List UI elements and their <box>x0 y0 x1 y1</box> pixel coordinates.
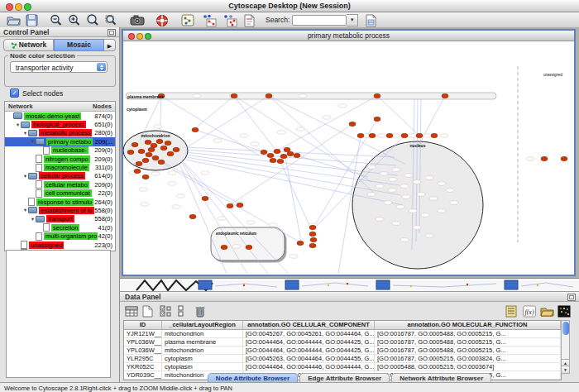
node-color-dropdown[interactable]: transporter activity <box>10 61 108 73</box>
graph-node[interactable] <box>287 151 294 155</box>
zoom-in-icon[interactable] <box>68 14 82 26</box>
tree-row[interactable]: ▼transport558(0) <box>5 215 115 223</box>
graph-node[interactable] <box>158 160 165 164</box>
graph-node[interactable] <box>261 150 267 154</box>
undock-data-panel-icon[interactable] <box>567 294 576 301</box>
graph-node[interactable] <box>270 158 276 162</box>
close-window-button[interactable] <box>6 3 13 11</box>
tree-row[interactable]: ▼biological_process651(0) <box>5 120 115 128</box>
graph-edge[interactable] <box>297 155 368 177</box>
minimize-window-button[interactable] <box>15 3 22 11</box>
tree-row[interactable]: response to stimulu264(0) <box>5 198 115 206</box>
tree-row[interactable]: cellular metabo209(0) <box>5 180 115 189</box>
search-input[interactable] <box>292 15 347 26</box>
open-session-icon[interactable] <box>7 14 21 26</box>
table-column-header[interactable]: _cellularLayoutRegion <box>162 321 243 329</box>
graph-node[interactable] <box>148 147 155 151</box>
graph-node[interactable] <box>266 93 272 98</box>
tree-row[interactable]: mosaic-demo-yeast874(0) <box>5 112 115 120</box>
graph-node[interactable] <box>541 156 548 160</box>
graph-node[interactable] <box>374 117 380 121</box>
graph-node[interactable] <box>349 122 356 126</box>
graph-node[interactable] <box>369 133 376 137</box>
tree-expand-icon[interactable]: ▼ <box>30 217 36 222</box>
tree-row[interactable]: multi-organism pro42(0) <box>5 232 115 240</box>
attribute-table-scrollbar[interactable]: ▲ ▼ <box>561 320 570 374</box>
scrollbar-thumb[interactable] <box>562 322 569 335</box>
tree-row[interactable]: nitrogen compo209(0) <box>5 155 115 163</box>
graph-node[interactable] <box>442 93 448 98</box>
delete-attribute-trash-icon[interactable] <box>194 305 208 318</box>
import-table-icon[interactable] <box>365 14 379 26</box>
help-lifesaver-icon[interactable] <box>156 14 170 26</box>
graph-node[interactable] <box>431 133 438 137</box>
tree-expand-icon[interactable]: ▼ <box>22 208 28 213</box>
network-tree-header[interactable]: Network Nodes <box>5 102 115 112</box>
graph-edge[interactable] <box>187 96 269 147</box>
zoom-selected-icon[interactable] <box>104 14 118 26</box>
graph-edge[interactable] <box>279 158 313 232</box>
graph-node[interactable] <box>189 214 196 218</box>
graph-node[interactable] <box>280 154 287 158</box>
graph-node[interactable] <box>142 158 149 162</box>
graph-node[interactable] <box>374 93 380 98</box>
tree-row[interactable]: ▼primary metabo209(... <box>5 137 115 146</box>
graph-node[interactable] <box>416 133 423 137</box>
graph-edge[interactable] <box>156 158 239 203</box>
graph-node[interactable] <box>138 149 145 153</box>
zoom-fit-icon[interactable] <box>86 14 100 26</box>
graph-node[interactable] <box>284 147 290 151</box>
graph-node[interactable] <box>202 196 208 200</box>
birdseye-view-icon[interactable] <box>181 14 195 26</box>
table-row[interactable]: YJR121W__1mitochondrion[GO:0045267, GO:0… <box>124 330 561 338</box>
graph-node[interactable] <box>231 93 237 98</box>
graph-node[interactable] <box>156 139 163 143</box>
tree-expand-icon[interactable]: ▼ <box>22 131 28 136</box>
attribute-list-icon[interactable] <box>505 305 519 318</box>
graph-node[interactable] <box>151 143 157 147</box>
graph-node[interactable] <box>134 169 141 173</box>
graph-edge[interactable] <box>194 96 234 129</box>
tree-row[interactable]: macromolecule311(0) <box>5 163 115 171</box>
graph-node[interactable] <box>357 133 364 137</box>
function-builder-icon[interactable]: f(x) <box>523 305 536 318</box>
graph-node[interactable] <box>136 161 142 165</box>
table-column-header[interactable]: annotation.GO MOLECULAR_FUNCTION <box>375 321 561 329</box>
graph-node[interactable] <box>221 245 227 249</box>
layout-network-icon[interactable] <box>202 14 216 26</box>
graph-node[interactable] <box>127 150 134 154</box>
tree-expand-icon[interactable]: ▼ <box>22 174 28 179</box>
import-attributes-folder-icon[interactable] <box>540 305 553 318</box>
background-windows-strip[interactable] <box>120 278 579 292</box>
tree-row[interactable]: nucleobase-209(0) <box>5 146 115 155</box>
network-window-titlebar[interactable]: primary metabolic process <box>123 31 574 41</box>
scroll-down-button[interactable]: ▼ <box>562 366 569 373</box>
tab-network[interactable]: Network <box>3 39 54 51</box>
table-column-header[interactable]: ID <box>124 321 162 329</box>
graph-node[interactable] <box>165 141 171 145</box>
graph-node[interactable] <box>294 153 300 157</box>
graph-edge[interactable] <box>234 96 275 150</box>
table-row[interactable]: YPL036W__2plasma membrane[GO:0044464, GO… <box>124 338 561 347</box>
search-dropdown-button[interactable]: ▼ <box>347 14 358 26</box>
graph-node[interactable] <box>309 225 316 229</box>
graph-node[interactable] <box>401 133 408 137</box>
graph-node[interactable] <box>309 243 316 247</box>
table-column-header[interactable]: annotation.GO CELLULAR_COMPONENT <box>243 321 375 329</box>
attribute-table-icon[interactable] <box>125 305 138 318</box>
network-graph[interactable]: plasma membranecytoplasmmitochondrionnuc… <box>123 41 574 275</box>
tree-row[interactable]: ▼establishment of lo558(0) <box>5 206 115 214</box>
graph-node[interactable] <box>277 159 284 163</box>
tree-row[interactable]: ▼metabolic process280(0) <box>5 129 115 137</box>
select-attributes-icon[interactable] <box>160 305 173 318</box>
tree-expand-icon[interactable]: ▼ <box>30 139 36 144</box>
graph-node[interactable] <box>152 155 159 160</box>
tree-row[interactable]: secretion41(0) <box>5 223 115 232</box>
undock-panel-icon[interactable] <box>108 29 116 36</box>
graph-node[interactable] <box>246 245 252 249</box>
graph-node[interactable] <box>146 152 152 156</box>
graph-node[interactable] <box>297 241 304 245</box>
graph-node[interactable] <box>142 174 149 179</box>
network-close-button[interactable] <box>128 33 135 40</box>
graph-node[interactable] <box>132 142 138 146</box>
